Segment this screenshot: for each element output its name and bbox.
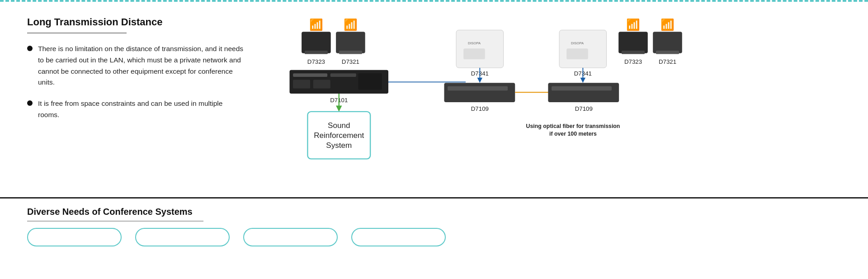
svg-rect-5 xyxy=(313,80,330,89)
bullet-list: There is no limitation on the distance o… xyxy=(27,43,244,121)
svg-rect-1 xyxy=(339,51,362,54)
bottom-section: Diverse Needs of Conference Systems xyxy=(0,197,868,251)
bottom-cards xyxy=(27,228,841,246)
svg-rect-11 xyxy=(622,51,645,54)
section-title: Long Transmission Distance xyxy=(27,16,244,28)
arrowhead-d7341-center xyxy=(477,78,482,83)
bullet-item-2: It is free from space constraints and ca… xyxy=(27,98,244,121)
label-d7109-center: D7109 xyxy=(471,105,489,112)
bottom-card-4 xyxy=(351,228,446,246)
device-d7323-right xyxy=(618,32,648,53)
arrowhead-d7341-right xyxy=(580,78,585,83)
svg-rect-10 xyxy=(552,86,612,91)
diagram-svg: 📶 📶 D7323 D7321 D7101 Sound xyxy=(262,16,841,188)
svg-rect-7 xyxy=(463,48,485,59)
bottom-title: Diverse Needs of Conference Systems xyxy=(27,207,841,217)
svg-rect-0 xyxy=(305,51,328,54)
device-d7109-right xyxy=(548,83,619,102)
wifi-icon-d7323-right: 📶 xyxy=(626,18,640,32)
wifi-icon-d7323-left: 📶 xyxy=(309,18,323,32)
bullet-text-2: It is free from space constraints and ca… xyxy=(38,98,244,121)
device-d7323-left xyxy=(302,32,331,53)
svg-rect-6 xyxy=(359,73,382,90)
fiber-note-1: Using optical fiber for transmission xyxy=(526,123,620,129)
svg-rect-12 xyxy=(656,51,679,54)
label-d7323-right: D7323 xyxy=(624,58,642,65)
bottom-card-1 xyxy=(27,228,122,246)
wifi-icon-d7321-right: 📶 xyxy=(660,18,675,32)
bullet-item-1: There is no limitation on the distance o… xyxy=(27,43,244,88)
fiber-note-2: if over 100 meters xyxy=(549,131,597,137)
svg-rect-3 xyxy=(330,73,356,77)
sound-system-label-3: System xyxy=(326,141,352,150)
bottom-underline xyxy=(27,221,203,222)
sound-system-label-1: Sound xyxy=(328,121,350,130)
label-disopa-center: DISOPA xyxy=(468,41,481,45)
bullet-dot-1 xyxy=(27,46,33,51)
bottom-card-2 xyxy=(135,228,230,246)
label-d7109-right: D7109 xyxy=(575,105,593,112)
sound-system-label-2: Reinforcement xyxy=(314,131,364,140)
svg-rect-8 xyxy=(448,86,508,91)
svg-rect-9 xyxy=(566,48,588,59)
device-d7109-center xyxy=(444,83,515,102)
bullet-dot-2 xyxy=(27,100,33,106)
svg-rect-4 xyxy=(293,80,310,89)
device-d7321-right xyxy=(653,32,682,53)
label-d7323-left: D7323 xyxy=(307,58,325,65)
bottom-card-3 xyxy=(243,228,338,246)
diagram-area: 📶 📶 D7323 D7321 D7101 Sound xyxy=(262,16,841,188)
left-text-panel: Long Transmission Distance There is no l… xyxy=(27,16,262,188)
arrowhead-d7101-down xyxy=(336,106,342,112)
title-underline xyxy=(27,33,127,33)
label-d7321-right: D7321 xyxy=(659,58,676,65)
svg-rect-2 xyxy=(293,73,327,77)
label-disopa-right: DISOPA xyxy=(571,41,584,45)
label-d7321-left: D7321 xyxy=(342,58,359,65)
bullet-text-1: There is no limitation on the distance o… xyxy=(38,43,244,88)
device-d7321-left xyxy=(336,32,365,53)
wifi-icon-d7321-left: 📶 xyxy=(344,18,358,32)
main-section: Long Transmission Distance There is no l… xyxy=(0,3,868,197)
